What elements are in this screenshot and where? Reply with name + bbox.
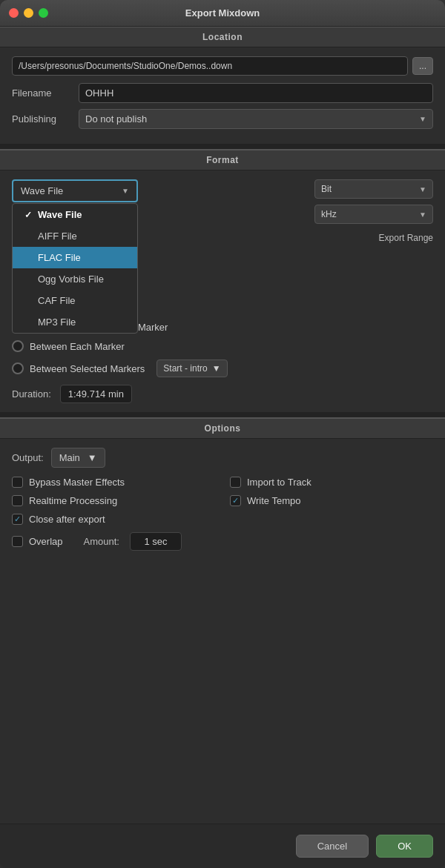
caf-label: CAF File xyxy=(38,295,76,306)
overlap-row: Overlap Amount: 1 sec xyxy=(12,532,433,551)
options-section: Output: Main ▼ Bypass Master Effects Imp… xyxy=(0,439,445,560)
bypass-master-checkbox[interactable] xyxy=(12,477,23,488)
bit-depth-label: Bit xyxy=(321,184,332,194)
close-after-checkbox[interactable]: ✓ xyxy=(12,514,23,525)
format-section: Wave File ▼ Bit ▼ kHz ▼ Export Range ✓ xyxy=(0,170,445,293)
footer: Cancel OK xyxy=(0,824,445,868)
mp3-label: MP3 File xyxy=(38,317,76,328)
format-option-wave[interactable]: ✓ Wave File xyxy=(13,204,137,225)
duration-value: 1:49.714 min xyxy=(60,385,132,403)
path-field[interactable] xyxy=(12,56,408,76)
format-option-caf[interactable]: CAF File xyxy=(13,290,137,311)
marker-dropdown[interactable]: Start - intro ▼ xyxy=(156,360,227,377)
window-title: Export Mixdown xyxy=(185,7,260,19)
aiff-label: AIFF File xyxy=(38,231,77,242)
write-tempo-checkbox[interactable]: ✓ xyxy=(230,495,241,506)
checkbox-grid: Bypass Master Effects Import to Track Re… xyxy=(12,477,433,506)
bypass-master-label: Bypass Master Effects xyxy=(29,477,125,488)
close-button[interactable] xyxy=(9,8,19,18)
bypass-master-row: Bypass Master Effects xyxy=(12,477,215,488)
format-option-aiff[interactable]: AIFF File xyxy=(13,225,137,247)
wave-label: Wave File xyxy=(38,209,82,220)
amount-label: Amount: xyxy=(84,536,119,547)
format-wrapper: Wave File ▼ Bit ▼ kHz ▼ Export Range ✓ xyxy=(0,170,445,293)
format-option-mp3[interactable]: MP3 File xyxy=(13,311,137,333)
titlebar: Export Mixdown xyxy=(0,0,445,27)
publishing-row: Publishing Do not publish ▼ xyxy=(12,109,433,129)
format-option-flac[interactable]: FLAC File xyxy=(13,247,137,268)
amount-field[interactable]: 1 sec xyxy=(130,532,182,551)
publishing-arrow: ▼ xyxy=(419,115,426,123)
publishing-dropdown[interactable]: Do not publish ▼ xyxy=(79,109,433,129)
duration-row: Duration: 1:49.714 min xyxy=(12,385,433,403)
radio-selected-markers: Between Selected Markers Start - intro ▼ xyxy=(12,360,433,377)
marker-value: Start - intro xyxy=(163,363,207,374)
import-track-row: Import to Track xyxy=(230,477,433,488)
ogg-label: Ogg Vorbis File xyxy=(38,274,104,285)
realtime-checkbox[interactable] xyxy=(12,495,23,506)
close-after-label: Close after export xyxy=(29,514,105,525)
browse-button[interactable]: ... xyxy=(412,57,433,75)
spacer xyxy=(0,560,445,824)
output-dropdown[interactable]: Main ▼ xyxy=(51,448,105,468)
import-track-checkbox[interactable] xyxy=(230,477,241,488)
flac-label: FLAC File xyxy=(38,252,81,263)
publishing-label: Publishing xyxy=(12,113,79,125)
publishing-value: Do not publish xyxy=(85,113,147,125)
output-value: Main xyxy=(59,452,80,463)
format-dropdown-menu: ✓ Wave File AIFF File FLAC File Ogg Vorb… xyxy=(12,203,138,334)
format-option-ogg[interactable]: Ogg Vorbis File xyxy=(13,268,137,290)
minimize-button[interactable] xyxy=(24,8,33,18)
traffic-lights xyxy=(9,8,48,18)
radio-selected-input[interactable] xyxy=(12,362,24,374)
overlap-checkbox[interactable] xyxy=(12,536,23,547)
bit-arrow: ▼ xyxy=(419,185,426,193)
format-section-header: Format xyxy=(0,150,445,170)
wave-checkmark: ✓ xyxy=(23,210,33,220)
location-path-row: ... xyxy=(12,56,433,76)
sample-rate-label: kHz xyxy=(321,209,337,219)
filename-row: Filename xyxy=(12,83,433,103)
radio-each-marker: Between Each Marker xyxy=(12,340,433,352)
format-dropdown-arrow: ▼ xyxy=(122,187,129,195)
output-label: Output: xyxy=(12,452,44,463)
sample-rate-dropdown[interactable]: kHz ▼ xyxy=(314,205,433,224)
options-section-header: Options xyxy=(0,418,445,439)
ok-button[interactable]: OK xyxy=(376,835,433,858)
write-tempo-row: ✓ Write Tempo xyxy=(230,495,433,506)
export-range-label: Export Range xyxy=(314,233,433,243)
format-selected-label: Wave File xyxy=(21,185,63,196)
cancel-button[interactable]: Cancel xyxy=(296,835,369,858)
import-track-label: Import to Track xyxy=(247,477,312,488)
duration-label: Duration: xyxy=(12,388,51,400)
location-section: ... Filename Publishing Do not publish ▼ xyxy=(0,47,445,144)
marker-arrow: ▼ xyxy=(212,363,221,374)
section-divider-1 xyxy=(0,144,445,150)
realtime-row: Realtime Processing xyxy=(12,495,215,506)
radio-each-input[interactable] xyxy=(12,340,24,352)
format-right-fields: Bit ▼ kHz ▼ Export Range xyxy=(314,179,433,243)
radio-each-label: Between Each Marker xyxy=(30,341,125,352)
radio-selected-label: Between Selected Markers xyxy=(30,363,145,374)
filename-label: Filename xyxy=(12,87,79,99)
overlap-label: Overlap xyxy=(29,536,63,547)
khz-arrow: ▼ xyxy=(419,211,426,219)
location-section-header: Location xyxy=(0,27,445,47)
format-dropdown-button[interactable]: Wave File ▼ xyxy=(12,179,138,202)
write-tempo-label: Write Tempo xyxy=(247,495,301,506)
section-divider-2 xyxy=(0,412,445,418)
filename-input[interactable] xyxy=(79,83,433,103)
realtime-label: Realtime Processing xyxy=(29,495,117,506)
output-arrow: ▼ xyxy=(88,452,97,463)
output-row: Output: Main ▼ xyxy=(12,448,433,468)
bit-depth-dropdown[interactable]: Bit ▼ xyxy=(314,179,433,199)
close-after-row: ✓ Close after export xyxy=(12,514,433,525)
export-mixdown-window: Export Mixdown Location ... Filename Pub… xyxy=(0,0,445,868)
maximize-button[interactable] xyxy=(39,8,48,18)
